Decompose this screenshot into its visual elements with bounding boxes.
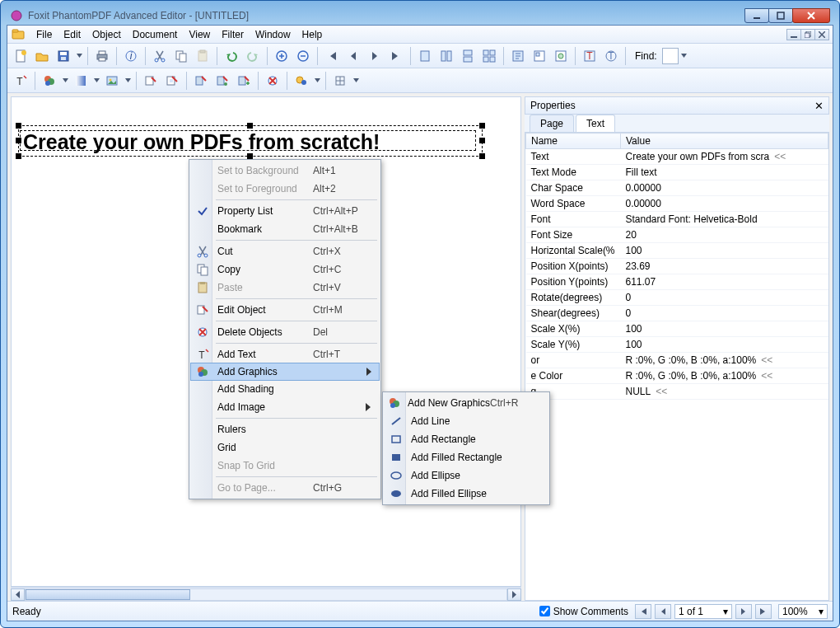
property-row[interactable]: Scale X(%)100 (526, 321, 828, 337)
layout-4-button[interactable] (479, 46, 499, 66)
mdi-minimize-button[interactable] (786, 29, 801, 40)
show-comments-toggle[interactable]: Show Comments (539, 606, 628, 617)
open-button[interactable] (32, 46, 52, 66)
menu-file[interactable]: File (30, 27, 58, 42)
property-row[interactable]: FontStandard Font: Helvetica-Bold (526, 212, 828, 227)
property-row[interactable]: e ColorR :0%, G :0%, B :0%, a:100%<< (526, 368, 828, 384)
first-page-button[interactable] (322, 46, 342, 66)
property-value[interactable]: 23.69 (621, 259, 828, 274)
col-name[interactable]: Name (526, 134, 621, 149)
delete-object-button[interactable] (263, 71, 282, 91)
add-text-button[interactable]: T (11, 71, 30, 91)
menu-item-property-list[interactable]: Property ListCtrl+Alt+P (191, 202, 379, 220)
property-row[interactable]: Word Space0.00000 (526, 196, 828, 212)
scroll-thumb[interactable] (26, 589, 190, 600)
property-row[interactable]: Position Y(points)611.07 (526, 274, 828, 290)
property-row[interactable]: Text ModeFill text (526, 165, 828, 180)
menu-item-add-shading[interactable]: Add Shading (191, 380, 379, 398)
shading-tool-button[interactable] (71, 71, 91, 91)
info-button[interactable]: i (121, 46, 141, 66)
app-menu-icon[interactable] (11, 27, 26, 42)
property-value[interactable]: 100 (621, 243, 828, 259)
menu-object[interactable]: Object (86, 27, 127, 42)
property-value[interactable]: 0 (621, 290, 828, 306)
tool-i-button[interactable] (212, 71, 232, 91)
tab-page[interactable]: Page (530, 115, 574, 132)
menu-item-rulers[interactable]: Rulers (191, 420, 379, 438)
menu-item-edit-object[interactable]: Edit ObjectCtrl+M (191, 301, 379, 319)
property-value[interactable]: 611.07 (621, 274, 828, 290)
property-row[interactable]: TextCreate your own PDFs from scra<< (526, 149, 828, 165)
window-minimize-button[interactable] (744, 8, 769, 23)
property-value[interactable]: 100 (621, 321, 828, 337)
menu-filter[interactable]: Filter (216, 27, 250, 42)
tool-a-button[interactable] (508, 46, 528, 66)
window-maximize-button[interactable] (768, 8, 793, 23)
menu-item-add-ellipse[interactable]: Add Ellipse (385, 466, 548, 485)
menu-item-add-text[interactable]: TAdd TextCtrl+T (191, 345, 379, 363)
menu-item-add-graphics[interactable]: Add Graphics (190, 363, 380, 381)
property-row[interactable]: Position X(points)23.69 (526, 259, 828, 274)
property-row[interactable]: gNULL<< (526, 384, 828, 400)
selected-text-object[interactable]: Create your own PDFs from scratch! (23, 130, 380, 154)
menu-item-bookmark[interactable]: BookmarkCtrl+Alt+B (191, 220, 379, 238)
menu-item-delete-objects[interactable]: Delete ObjectsDel (191, 323, 379, 341)
properties-close-button[interactable]: ✕ (814, 100, 824, 112)
graphics-dropdown[interactable] (61, 78, 69, 82)
tool-h-button[interactable] (191, 71, 211, 91)
copy-button[interactable] (171, 46, 191, 66)
save-dropdown[interactable] (75, 54, 83, 58)
edit-object-button[interactable] (141, 71, 161, 91)
menu-help[interactable]: Help (296, 27, 329, 42)
tool-c-button[interactable] (551, 46, 571, 66)
tool-k-button[interactable] (330, 71, 350, 91)
property-row[interactable]: Scale Y(%)100 (526, 337, 828, 353)
property-value[interactable]: 0.00000 (621, 180, 828, 196)
property-value[interactable]: 100 (621, 337, 828, 353)
undo-button[interactable] (222, 46, 241, 66)
menu-item-cut[interactable]: CutCtrl+X (191, 242, 379, 260)
tool-b-button[interactable] (530, 46, 549, 66)
zoom-indicator[interactable]: 100%▾ (778, 604, 828, 619)
tool-k-dropdown[interactable] (352, 78, 360, 82)
zoom-in-button[interactable] (272, 46, 292, 66)
scroll-right-button[interactable] (507, 588, 521, 601)
property-row[interactable]: orR :0%, G :0%, B :0%, a:100%<< (526, 353, 828, 368)
find-input[interactable] (662, 48, 679, 64)
save-button[interactable] (54, 46, 73, 66)
show-comments-checkbox[interactable] (539, 606, 550, 616)
layout-3-button[interactable] (458, 46, 478, 66)
menu-view[interactable]: View (183, 27, 216, 42)
menu-item-add-new-graphics[interactable]: Add New GraphicsCtrl+R (385, 394, 548, 412)
menu-window[interactable]: Window (250, 27, 296, 42)
menu-item-add-filled-rectangle[interactable]: Add Filled Rectangle (385, 448, 548, 466)
menu-item-add-image[interactable]: Add Image (191, 398, 379, 416)
menu-item-add-rectangle[interactable]: Add Rectangle (385, 430, 548, 448)
status-first-button[interactable] (635, 604, 651, 619)
status-last-button[interactable] (755, 604, 772, 619)
find-dropdown[interactable] (680, 54, 688, 58)
property-row[interactable]: Font Size20 (526, 227, 828, 243)
property-value[interactable]: Create your own PDFs from scra<< (621, 149, 828, 165)
status-prev-button[interactable] (655, 604, 671, 619)
menu-edit[interactable]: Edit (58, 27, 86, 42)
print-button[interactable] (92, 46, 112, 66)
property-value[interactable]: R :0%, G :0%, B :0%, a:100%<< (621, 353, 828, 368)
window-close-button[interactable] (792, 8, 830, 23)
shading-dropdown[interactable] (92, 78, 100, 82)
layout-2-button[interactable] (436, 46, 456, 66)
mdi-close-button[interactable] (814, 29, 829, 40)
menu-item-grid[interactable]: Grid (191, 438, 379, 457)
last-page-button[interactable] (386, 46, 406, 66)
property-value[interactable]: 20 (621, 227, 828, 243)
scroll-left-button[interactable] (11, 588, 25, 601)
image-tool-button[interactable] (102, 71, 122, 91)
select-dropdown[interactable] (313, 78, 321, 82)
property-row[interactable]: Shear(degrees)0 (526, 306, 828, 321)
zoom-out-button[interactable] (293, 46, 313, 66)
menu-document[interactable]: Document (127, 27, 184, 42)
horizontal-scrollbar[interactable] (11, 587, 521, 601)
select-tool-button[interactable] (292, 71, 311, 91)
layout-1-button[interactable] (415, 46, 435, 66)
new-button[interactable] (11, 46, 30, 66)
